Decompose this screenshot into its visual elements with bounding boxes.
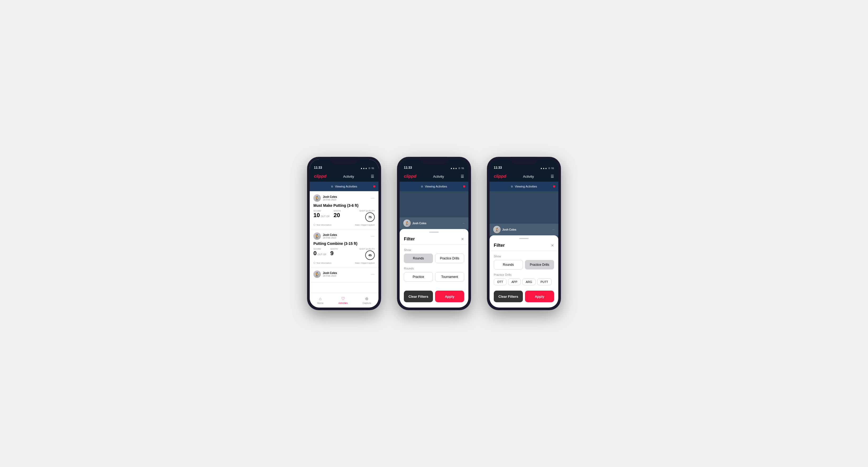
footer-data-2: Data: Clippd Capture xyxy=(355,262,375,264)
shot-quality-label-2: Shot Quality xyxy=(359,248,375,250)
rounds-btn-2[interactable]: Rounds xyxy=(404,254,433,263)
phone2-inner: 11:33 ▲▲▲ ⊙ 51 clippd Activity ☰ ⚙ Vie xyxy=(400,159,468,308)
tournament-btn-2[interactable]: Tournament xyxy=(435,272,464,282)
peek-dots-3[interactable]: ··· xyxy=(553,228,555,231)
show-buttons-2: Rounds Practice Drills xyxy=(404,254,464,263)
filter-body-3: Show Rounds Practice Drills Practice Dri… xyxy=(490,251,558,289)
status-time-2: 11:33 xyxy=(404,166,412,169)
rounds-section-label-2: Rounds xyxy=(404,267,464,270)
drills-section-label-3: Practice Drills xyxy=(494,273,554,276)
avatar-inner-3: 🏌️ xyxy=(313,271,321,278)
dim-overlay-3: 🏌️ Josh Coles ··· Filter ✕ xyxy=(490,191,558,308)
card-stats-1: Score 10 OUT OF Shots 20 xyxy=(313,210,375,222)
viewing-activities-bar[interactable]: ⚙ Viewing Activities xyxy=(310,182,378,191)
notification-dot xyxy=(373,185,375,187)
filter-header-2: Filter ✕ xyxy=(400,233,468,245)
nav-bar-2: clippd Activity ☰ xyxy=(400,171,468,182)
user-name-3: Josh Coles xyxy=(323,272,337,275)
card-header-2: 🏌️ Josh Coles 28 Feb 2023 ··· xyxy=(313,232,375,240)
peek-user-name-2: Josh Coles xyxy=(412,222,426,225)
nav-title: Activity xyxy=(343,175,354,179)
rounds-btn-3[interactable]: Rounds xyxy=(494,260,523,270)
status-time-3: 11:33 xyxy=(494,166,502,169)
status-icons: ▲▲▲ ⊙ 51 xyxy=(360,167,374,169)
practice-drills-btn-2[interactable]: Practice Drills xyxy=(435,254,464,263)
filter-sheet-2: Filter ✕ Show Rounds Practice Drills Rou… xyxy=(400,229,468,308)
peek-card-3: 🏌️ Josh Coles ··· xyxy=(490,224,558,235)
tab-home-label: Home xyxy=(317,302,323,304)
card-header-1: 🏌️ Josh Coles 28 Feb 2023 ··· xyxy=(313,194,375,202)
out-of-1: OUT OF xyxy=(320,215,330,218)
info-icon-2: ⓘ xyxy=(313,261,315,264)
drill-app-3[interactable]: APP xyxy=(508,278,521,285)
filter-actions-3: Clear Filters Apply xyxy=(490,291,558,302)
peek-dots-2[interactable]: ··· xyxy=(463,222,465,225)
peek-card-2: 🏌️ Josh Coles ··· xyxy=(400,217,468,229)
battery-icon-3: 51 xyxy=(551,167,554,169)
practice-drills-btn-3[interactable]: Practice Drills xyxy=(525,260,554,270)
show-label-2: Show xyxy=(404,248,464,251)
menu-icon-3[interactable]: ☰ xyxy=(551,174,554,179)
apply-btn-3[interactable]: Apply xyxy=(525,291,554,302)
avatar-3: 🏌️ xyxy=(313,271,321,278)
card-stats-2: Score 0 OUT OF Shots 9 xyxy=(313,248,375,260)
user-name-2: Josh Coles xyxy=(323,234,337,237)
tab-activities[interactable]: ♡ Activities xyxy=(338,296,348,304)
footer-info-1: ⓘ Test Information xyxy=(313,223,331,226)
tab-home[interactable]: ⌂ Home xyxy=(317,297,323,304)
show-label-3: Show xyxy=(494,255,554,258)
filter-close-2[interactable]: ✕ xyxy=(461,237,464,241)
tab-capture[interactable]: ⊕ Capture xyxy=(363,296,371,304)
filter-close-3[interactable]: ✕ xyxy=(551,243,554,248)
score-group-1: Score 10 OUT OF xyxy=(313,210,330,218)
phone1-wrapper: 11:33 ▲▲▲ ⊙ 51 clippd Activity ☰ ⚙ Vie xyxy=(307,157,381,310)
more-dots-3[interactable]: ··· xyxy=(371,272,375,276)
signal-icon: ▲▲▲ xyxy=(360,167,367,169)
peek-avatar-3: 🏌️ xyxy=(493,226,501,233)
notch2 xyxy=(421,157,447,164)
drill-ott-3[interactable]: OTT xyxy=(494,278,506,285)
drill-putt-3[interactable]: PUTT xyxy=(537,278,552,285)
avatar-inner-1: 🏌️ xyxy=(313,194,321,202)
phone3: 11:33 ▲▲▲ ⊙ 51 clippd Activity ☰ ⚙ Vie xyxy=(487,157,561,310)
apply-btn-2[interactable]: Apply xyxy=(435,291,464,302)
wifi-icon: ⊙ xyxy=(368,167,371,169)
wifi-icon-3: ⊙ xyxy=(548,167,550,169)
user-name-1: Josh Coles xyxy=(323,195,337,198)
activities-icon: ♡ xyxy=(341,296,345,301)
score-group-2: Score 0 OUT OF xyxy=(313,248,327,256)
avatar-2: 🏌️ xyxy=(313,232,321,240)
filter-sheet-3: Filter ✕ Show Rounds Practice Drills Pra… xyxy=(490,235,558,308)
avatar-1: 🏌️ xyxy=(313,194,321,202)
peek-user-name-3: Josh Coles xyxy=(502,228,516,231)
score-value-2: 0 xyxy=(313,250,317,256)
drill-arg-3[interactable]: ARG xyxy=(522,278,535,285)
more-dots-2[interactable]: ··· xyxy=(371,234,375,238)
peek-avatar-inner-3: 🏌️ xyxy=(493,226,501,233)
peek-avatar-fig-2: 🏌️ xyxy=(405,221,409,225)
app-logo: clippd xyxy=(314,174,327,179)
viewing-bar-text: Viewing Activities xyxy=(335,185,357,188)
menu-icon-2[interactable]: ☰ xyxy=(461,174,464,179)
nav-title-2: Activity xyxy=(433,175,444,179)
menu-icon[interactable]: ☰ xyxy=(371,174,374,179)
peek-avatar-fig-3: 🏌️ xyxy=(495,227,499,232)
viewing-activities-bar-3[interactable]: ⚙ Viewing Activities xyxy=(490,182,558,191)
phone2-wrapper: 11:33 ▲▲▲ ⊙ 51 clippd Activity ☰ ⚙ Vie xyxy=(397,157,471,310)
activity-card-2: 🏌️ Josh Coles 28 Feb 2023 ··· Putting C xyxy=(310,229,378,267)
signal-icon-2: ▲▲▲ xyxy=(450,167,457,169)
practice-type-btn-2[interactable]: Practice xyxy=(404,272,433,282)
card-user-1: 🏌️ Josh Coles 28 Feb 2023 xyxy=(313,194,337,202)
clear-filters-btn-2[interactable]: Clear Filters xyxy=(404,291,433,302)
status-icons-2: ▲▲▲ ⊙ 51 xyxy=(450,167,464,169)
clear-filters-btn-3[interactable]: Clear Filters xyxy=(494,291,523,302)
more-dots-1[interactable]: ··· xyxy=(371,196,375,200)
nav-title-3: Activity xyxy=(523,175,534,179)
battery-icon: 51 xyxy=(372,167,374,169)
wifi-icon-2: ⊙ xyxy=(458,167,460,169)
card-user-3: 🏌️ Josh Coles 28 Feb 2023 xyxy=(313,271,337,278)
shot-quality-label-1: Shot Quality xyxy=(359,210,375,212)
user-date-2: 28 Feb 2023 xyxy=(323,237,337,239)
viewing-activities-bar-2[interactable]: ⚙ Viewing Activities xyxy=(400,182,468,191)
shots-value-2: 9 xyxy=(330,250,338,256)
